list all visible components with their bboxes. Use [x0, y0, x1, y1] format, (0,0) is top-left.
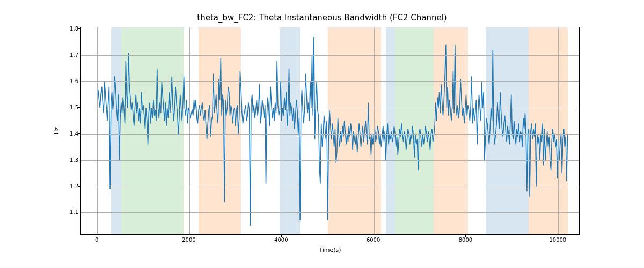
y-tick-label: 1.3 [57, 157, 78, 162]
gridline-v [282, 27, 282, 234]
gridline-h [81, 108, 579, 108]
y-tick-label: 1.8 [57, 26, 78, 32]
x-axis-label: Time(s) [319, 247, 341, 254]
x-tick-label: 8000 [459, 237, 472, 243]
chart-figure: theta_bw_FC2: Theta Instantaneous Bandwi… [0, 0, 644, 268]
gridline-h [81, 29, 579, 29]
y-tick-label: 1.6 [57, 78, 78, 84]
gridline-h [81, 212, 579, 213]
x-tick-label: 6000 [367, 237, 380, 243]
gridline-h [81, 187, 579, 187]
gridline-v [558, 27, 559, 234]
y-tick-label: 1.7 [57, 52, 78, 58]
y-tick-label: 1.1 [57, 209, 78, 215]
chart-title: theta_bw_FC2: Theta Instantaneous Bandwi… [0, 13, 644, 23]
x-tick-label: 4000 [274, 237, 288, 243]
y-tick-label: 1.2 [57, 183, 78, 189]
plot-area [80, 27, 580, 235]
gridline-h [81, 55, 579, 56]
gridline-h [81, 81, 579, 82]
gridline-v [189, 27, 190, 234]
gridline-v [97, 27, 98, 234]
y-tick-label: 1.5 [57, 105, 78, 110]
x-tick-label: 2000 [182, 237, 195, 243]
y-tick-label: 1.4 [57, 130, 78, 136]
gridline-v [466, 27, 466, 234]
x-tick-label: 10000 [549, 237, 566, 243]
x-tick-label: 0 [95, 237, 98, 243]
gridline-h [81, 134, 579, 135]
gridline-h [81, 160, 579, 161]
data-line [81, 27, 579, 234]
gridline-v [374, 27, 375, 234]
